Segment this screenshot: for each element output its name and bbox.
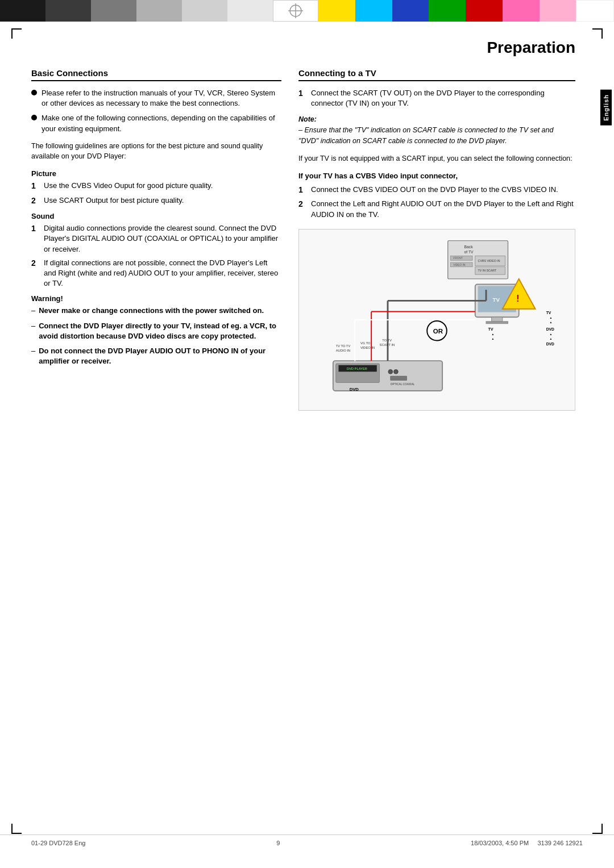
page-footer: 01-29 DVD728 Eng 9 18/03/2003, 4:50 PM 3… <box>0 834 614 851</box>
bar-dark <box>45 0 91 22</box>
if-no-scart-text: If your TV is not equipped with a SCART … <box>298 153 575 164</box>
two-column-layout: Basic Connections Please refer to the in… <box>31 68 575 411</box>
warning-text-3: Do not connect the DVD Player AUDIO OUT … <box>39 346 281 366</box>
connecting-tv-heading: Connecting to a TV <box>298 68 575 81</box>
options-note: The following guidelines are options for… <box>31 141 281 161</box>
cvbs-steps: 1 Connect the CVBS VIDEO OUT on the DVD … <box>298 185 575 220</box>
svg-text:!: ! <box>516 293 520 304</box>
warning-item-3: – Do not connect the DVD Player AUDIO OU… <box>31 346 281 366</box>
bar-lighter <box>182 0 227 22</box>
dash-3: – <box>31 346 35 356</box>
page-wrapper: Preparation Basic Connections Please ref… <box>0 22 614 868</box>
svg-text:DVD: DVD <box>546 327 554 331</box>
svg-point-26 <box>388 369 393 374</box>
crosshair-marker <box>273 0 318 22</box>
picture-text-2: Use SCART Output for best picture qualit… <box>44 195 184 206</box>
num-1d: 1 <box>298 185 306 196</box>
cvbs-step-1-text: Connect the CVBS VIDEO OUT on the DVD Pl… <box>311 185 558 195</box>
svg-text:▲: ▲ <box>550 337 553 340</box>
footer-left: 01-29 DVD728 Eng <box>31 840 85 846</box>
footer-code: 3139 246 12921 <box>537 840 583 846</box>
bar-ltpink <box>540 0 576 22</box>
picture-item-2: 2 Use SCART Output for best picture qual… <box>31 195 281 207</box>
num-2a: 2 <box>31 195 39 207</box>
svg-rect-18 <box>486 322 508 324</box>
svg-text:DVD: DVD <box>350 387 359 392</box>
english-tab: English <box>600 90 612 126</box>
svg-text:▲: ▲ <box>550 333 553 336</box>
picture-item-1: 1 Use the CVBS Video Ouput for good pict… <box>31 181 281 192</box>
sound-list: 1 Digital audio connections provide the … <box>31 223 281 289</box>
bar-light <box>136 0 182 22</box>
left-color-bars <box>0 0 273 22</box>
connecting-tv-steps: 1 Connect the SCART (TV OUT) on the DVD … <box>298 88 575 108</box>
svg-text:of TV: of TV <box>464 249 474 253</box>
warning-heading: Warning! <box>31 294 281 303</box>
num-1b: 1 <box>31 223 39 235</box>
cvbs-heading: If your TV has a CVBS Video input connec… <box>298 172 575 180</box>
bar-cyan <box>355 0 392 22</box>
picture-text-1: Use the CVBS Video Ouput for good pictur… <box>44 181 213 191</box>
connect-step-1: 1 Connect the SCART (TV OUT) on the DVD … <box>298 88 575 108</box>
sound-item-2: 2 If digital connections are not possibl… <box>31 258 281 289</box>
num-2b: 2 <box>31 258 39 269</box>
svg-text:DVD: DVD <box>546 342 554 346</box>
bar-red <box>466 0 503 22</box>
note-text-content: – Ensure that the "TV" indication on SCA… <box>298 126 553 145</box>
svg-text:TV: TV <box>488 327 493 331</box>
svg-rect-17 <box>492 317 503 322</box>
svg-text:▲: ▲ <box>550 316 553 319</box>
cvbs-step-2-text: Connect the Left and Right AUDIO OUT on … <box>311 199 575 219</box>
svg-text:TV: TV <box>493 297 500 303</box>
bullet-item-2: Make one of the following connections, d… <box>31 113 281 133</box>
bullet-dot-2 <box>31 115 37 120</box>
sound-item-1: 1 Digital audio connections provide the … <box>31 223 281 254</box>
note-block: Note: – Ensure that the "TV" indication … <box>298 114 575 146</box>
bar-pink <box>503 0 540 22</box>
bar-white <box>576 0 614 22</box>
svg-point-27 <box>394 369 399 374</box>
basic-connections-heading: Basic Connections <box>31 68 281 81</box>
bar-gray <box>91 0 136 22</box>
svg-text:VG TO: VG TO <box>360 341 371 345</box>
right-column: Connecting to a TV 1 Connect the SCART (… <box>298 68 575 411</box>
footer-right-date: 18/03/2003, 4:50 PM 3139 246 12921 <box>471 840 583 846</box>
svg-rect-28 <box>391 376 407 381</box>
svg-text:▲: ▲ <box>550 320 553 323</box>
svg-text:▲: ▲ <box>492 337 495 340</box>
main-content: Preparation Basic Connections Please ref… <box>0 22 598 868</box>
footer-center-num: 9 <box>276 840 280 846</box>
left-column: Basic Connections Please refer to the in… <box>31 68 281 411</box>
svg-text:CVBS VIDEO IN: CVBS VIDEO IN <box>478 259 500 262</box>
svg-text:TV IN SCART: TV IN SCART <box>478 269 497 272</box>
sound-heading: Sound <box>31 212 281 220</box>
sound-text-2: If digital connections are not possible,… <box>44 258 281 289</box>
sound-text-1: Digital audio connections provide the cl… <box>44 223 281 254</box>
basic-connections-bullets: Please refer to the instruction manuals … <box>31 88 281 134</box>
warning-item-2: – Connect the DVD Player directly to you… <box>31 321 281 341</box>
dash-2: – <box>31 321 35 331</box>
picture-list: 1 Use the CVBS Video Ouput for good pict… <box>31 181 281 206</box>
svg-text:TO TV: TO TV <box>382 339 392 342</box>
right-color-bars <box>318 0 614 22</box>
svg-text:TV TO TV: TV TO TV <box>336 344 351 348</box>
bullet-text-2: Make one of the following connections, d… <box>42 113 281 133</box>
cvbs-step-2: 2 Connect the Left and Right AUDIO OUT o… <box>298 199 575 219</box>
svg-text:OR: OR <box>433 328 443 335</box>
svg-text:VIDEO IN: VIDEO IN <box>360 346 375 349</box>
bullet-text-1: Please refer to the instruction manuals … <box>42 88 281 108</box>
color-bar-top <box>0 0 614 22</box>
svg-text:VIDEO IN: VIDEO IN <box>453 264 466 266</box>
diagram-svg: Back of TV FRONT VIDEO IN CVBS VIDEO IN … <box>305 235 569 404</box>
warning-text-1: Never make or change connections with th… <box>39 306 264 316</box>
connection-diagram: Back of TV FRONT VIDEO IN CVBS VIDEO IN … <box>298 229 575 411</box>
bullet-dot-1 <box>31 90 37 95</box>
svg-text:▲: ▲ <box>492 333 495 336</box>
dash-1: – <box>31 306 35 316</box>
svg-text:DVD PLAYER: DVD PLAYER <box>347 367 367 370</box>
svg-text:Back: Back <box>464 245 474 249</box>
num-1a: 1 <box>31 181 39 192</box>
page-title: Preparation <box>31 39 575 57</box>
right-sidebar: English <box>598 22 614 868</box>
svg-text:SCART IN: SCART IN <box>380 343 395 347</box>
